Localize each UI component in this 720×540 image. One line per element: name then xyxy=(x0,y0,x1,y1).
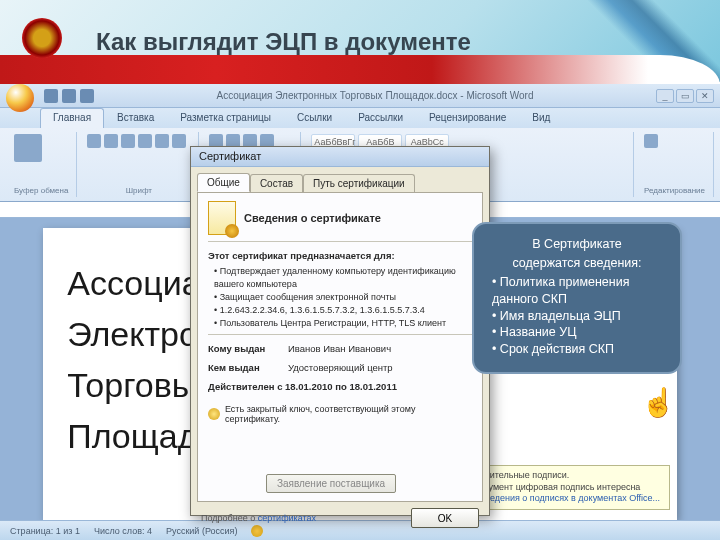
window-controls: _ ▭ ✕ xyxy=(656,89,714,103)
divider xyxy=(208,334,472,335)
highlight-icon[interactable] xyxy=(155,134,169,148)
maximize-button[interactable]: ▭ xyxy=(676,89,694,103)
office-orb-icon[interactable] xyxy=(6,84,34,112)
callout-item: Название УЦ xyxy=(492,324,666,341)
status-words[interactable]: Число слов: 4 xyxy=(94,526,152,536)
callout-heading-2: содержатся сведения: xyxy=(488,255,666,272)
valid-period: Действителен с 18.01.2010 по 18.01.2011 xyxy=(208,381,397,392)
dialog-body: Сведения о сертификате Этот сертификат п… xyxy=(197,192,483,502)
dialog-title: Сертификат xyxy=(191,147,489,167)
certificates-link[interactable]: сертификатах xyxy=(258,513,316,523)
callout-heading-1: В Сертификате xyxy=(488,236,666,253)
group-editing: Редактирование xyxy=(636,132,714,197)
callout-item: Срок действия СКП xyxy=(492,341,666,358)
quick-access-toolbar xyxy=(44,89,94,103)
paste-icon[interactable] xyxy=(14,134,42,162)
tab-general[interactable]: Общие xyxy=(197,173,250,192)
callout-item: Имя владельца ЭЦП xyxy=(492,308,666,325)
certificate-dialog: Сертификат Общие Состав Путь сертификаци… xyxy=(190,146,490,516)
font-color-icon[interactable] xyxy=(138,134,152,148)
undo-icon[interactable] xyxy=(62,89,76,103)
purpose-item: Пользователь Центра Регистрации, HTTP, T… xyxy=(214,317,472,330)
tab-details[interactable]: Состав xyxy=(250,174,303,192)
italic-icon[interactable] xyxy=(104,134,118,148)
tab-review[interactable]: Рецензирование xyxy=(416,108,519,128)
group-clipboard-label: Буфер обмена xyxy=(14,186,68,195)
callout-item: Политика применения данного СКП xyxy=(492,274,666,308)
group-editing-label: Редактирование xyxy=(644,186,705,195)
info-callout: В Сертификате содержатся сведения: Полит… xyxy=(472,222,682,374)
more-about-certs: Подробнее о сертификатах xyxy=(201,513,316,523)
issued-to-value: Иванов Иван Иванович xyxy=(288,343,391,354)
minimize-button[interactable]: _ xyxy=(656,89,674,103)
ok-button[interactable]: OK xyxy=(411,508,479,528)
document-title: Ассоциация Электронных Торговых Площадок… xyxy=(100,90,650,101)
save-icon[interactable] xyxy=(44,89,58,103)
tab-view[interactable]: Вид xyxy=(519,108,563,128)
private-key-note: Есть закрытый ключ, соответствующий этом… xyxy=(225,404,472,424)
cert-info-header: Сведения о сертификате xyxy=(244,212,381,224)
wax-seal-icon xyxy=(22,18,62,58)
tab-references[interactable]: Ссылки xyxy=(284,108,345,128)
group-font: Шрифт xyxy=(79,132,199,197)
word-titlebar: Ассоциация Электронных Торговых Площадок… xyxy=(0,84,720,108)
tab-insert[interactable]: Вставка xyxy=(104,108,167,128)
tab-home[interactable]: Главная xyxy=(40,108,104,128)
purpose-list: Подтверждает удаленному компьютеру идент… xyxy=(208,265,472,330)
slide-title: Как выглядит ЭЦП в документе xyxy=(96,28,471,56)
find-icon[interactable] xyxy=(644,134,658,148)
close-button[interactable]: ✕ xyxy=(696,89,714,103)
group-font-label: Шрифт xyxy=(87,186,190,195)
issuer-statement-button[interactable]: Заявление поставщика xyxy=(266,474,396,493)
tab-path[interactable]: Путь сертификации xyxy=(303,174,415,192)
red-ribbon xyxy=(0,55,720,85)
tab-mailings[interactable]: Рассылки xyxy=(345,108,416,128)
status-page[interactable]: Страница: 1 из 1 xyxy=(10,526,80,536)
font-size-icon[interactable] xyxy=(172,134,186,148)
issued-to-label: Кому выдан xyxy=(208,343,288,354)
redo-icon[interactable] xyxy=(80,89,94,103)
dialog-tabs: Общие Состав Путь сертификации xyxy=(191,167,489,192)
cursor-icon: ☝ xyxy=(641,386,676,419)
group-clipboard: Буфер обмена xyxy=(6,132,77,197)
key-icon xyxy=(208,408,220,420)
bold-icon[interactable] xyxy=(87,134,101,148)
purpose-item: Защищает сообщения электронной почты xyxy=(214,291,472,304)
callout-list: Политика применения данного СКП Имя влад… xyxy=(488,274,666,358)
purpose-item: Подтверждает удаленному компьютеру идент… xyxy=(214,265,472,291)
tab-layout[interactable]: Разметка страницы xyxy=(167,108,284,128)
divider xyxy=(208,241,472,242)
certificate-icon xyxy=(208,201,236,235)
ribbon-tabs: Главная Вставка Разметка страницы Ссылки… xyxy=(0,108,720,128)
purpose-label: Этот сертификат предназначается для: xyxy=(208,250,395,261)
issued-by-label: Кем выдан xyxy=(208,362,288,373)
purpose-item: 1.2.643.2.2.34.6, 1.3.6.1.5.5.7.3.2, 1.3… xyxy=(214,304,472,317)
underline-icon[interactable] xyxy=(121,134,135,148)
issued-by-value: Удостоверяющий центр xyxy=(288,362,393,373)
